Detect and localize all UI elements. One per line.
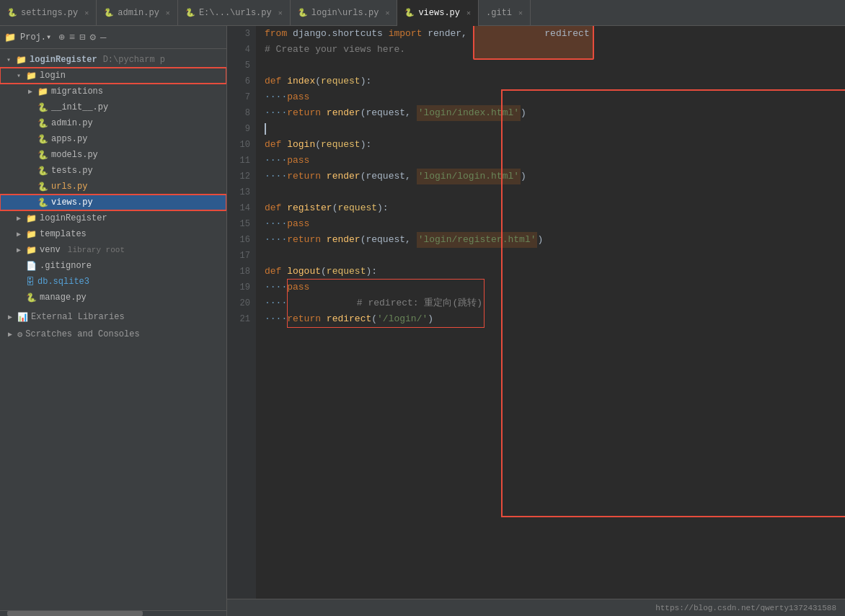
add-icon[interactable]: ⊕ [58, 31, 64, 43]
code-content[interactable]: from django.shortcuts import render, red… [256, 26, 845, 599]
line-num-8: 8 [227, 105, 256, 121]
tab-label: E:\...\urls.py [199, 8, 272, 18]
code-line-18: def logout ( request ): [265, 264, 836, 280]
tab-label: .giti [486, 8, 512, 18]
tab-views[interactable]: 🐍 views.py ✕ [397, 0, 479, 26]
param-request: request [337, 200, 377, 216]
paren-close: ) [428, 311, 433, 327]
tree-item-root[interactable]: ▾ 📁 loginRegister D:\pycharm p [0, 52, 226, 68]
folder-icon: 📁 [26, 245, 37, 256]
db-icon: 🗄 [26, 277, 35, 287]
tree-label: migrations [51, 86, 103, 97]
str-index: 'login/index.html' [417, 105, 521, 121]
section-external-libraries[interactable]: ▶ 📊 External Libraries [0, 308, 226, 326]
kw-return: return [287, 311, 327, 327]
tab-label: settings.py [21, 8, 78, 18]
paren: (request, [360, 169, 417, 184]
tree-item-migrations[interactable]: ▶ 📁 migrations [0, 84, 226, 99]
folder-icon: 📁 [4, 32, 16, 43]
project-label: Proj.▾ [20, 32, 51, 43]
tab-gitignore[interactable]: .giti ✕ [479, 0, 531, 26]
code-line-9 [265, 121, 836, 137]
tree-item-admin[interactable]: 🐍 admin.py [0, 115, 226, 131]
indent-dots: ···· [265, 153, 287, 169]
code-line-6: def index ( request ): [265, 73, 836, 89]
folder-icon: 📁 [26, 213, 37, 224]
module-name: django.shortcuts [293, 26, 389, 42]
tree-label: urls.py [51, 182, 87, 192]
status-url: https://blog.csdn.net/qwerty1372431588 [655, 604, 836, 612]
tab-close-git[interactable]: ✕ [518, 9, 523, 17]
tree-item-venv[interactable]: ▶ 📁 venv library root [0, 242, 226, 258]
tree-item-manage[interactable]: 🐍 manage.py [0, 290, 226, 305]
py-blue-icon: 🐍 [404, 8, 415, 17]
section-scratches[interactable]: ▶ ⚙ Scratches and Consoles [0, 326, 226, 343]
kw-pass: pass [287, 216, 309, 232]
tab-lurls[interactable]: 🐍 login\urls.py ✕ [291, 0, 398, 26]
tab-close-views[interactable]: ✕ [466, 9, 471, 17]
indent-dots: ···· [265, 216, 287, 232]
tree-label: loginRegister [40, 213, 107, 223]
param-request: request [321, 137, 360, 153]
code-line-10: def login ( request ): [265, 137, 836, 153]
tree-item-db[interactable]: 🗄 db.sqlite3 [0, 274, 226, 290]
tree-item-views[interactable]: 🐍 views.py [0, 195, 226, 210]
git-icon: 📄 [26, 261, 37, 272]
code-line-12: ···· return render (request, 'login/logi… [265, 169, 836, 184]
kw-return: return [287, 169, 327, 184]
py-icon: 🐍 [37, 166, 48, 177]
kw-def: def [265, 73, 287, 89]
fn-register: register [287, 200, 332, 216]
tree-item-login[interactable]: ▾ 📁 login [0, 68, 226, 84]
tree-label: tests.py [51, 166, 93, 176]
paren-close: ) [537, 232, 543, 248]
tab-close-lurls[interactable]: ✕ [385, 9, 389, 17]
tab-settings[interactable]: 🐍 settings.py ✕ [0, 0, 97, 26]
tree-item-models[interactable]: 🐍 models.py [0, 147, 226, 163]
fn-redirect: redirect [327, 311, 371, 327]
py-icon: 🐍 [37, 197, 48, 208]
paren-close: ): [366, 264, 377, 280]
kw-import: import [389, 26, 428, 42]
paren-close: ): [360, 73, 372, 89]
comment-4: # Create your views here. [265, 42, 405, 58]
tree-item-tests[interactable]: 🐍 tests.py [0, 163, 226, 179]
list-icon[interactable]: ≡ [69, 32, 75, 43]
settings-icon[interactable]: ⚙ [90, 31, 96, 43]
tab-admin[interactable]: 🐍 admin.py ✕ [97, 0, 178, 26]
tree-label: loginRegister [30, 55, 97, 65]
close-icon[interactable]: — [100, 32, 106, 43]
tree-item-apps[interactable]: 🐍 apps.py [0, 131, 226, 147]
folder-icon: 📁 [26, 229, 37, 240]
tree-label: views.py [51, 197, 93, 207]
line-num-10: 10 [227, 137, 256, 153]
tab-bar: 🐍 settings.py ✕ 🐍 admin.py ✕ 🐍 E:\...\ur… [0, 0, 845, 26]
tab-close-eurls[interactable]: ✕ [278, 9, 283, 17]
arrow-icon: ▶ [14, 230, 23, 238]
tree-item-loginregister[interactable]: ▶ 📁 loginRegister [0, 210, 226, 226]
paren-close: ): [360, 137, 372, 153]
main-layout: 📁 Proj.▾ ⊕ ≡ ⊟ ⚙ — ▾ 📁 loginRegister D:\… [0, 26, 845, 616]
tab-close-settings[interactable]: ✕ [84, 9, 89, 17]
param-request: request [321, 73, 360, 89]
code-line-14: def register ( request ): [265, 200, 836, 216]
tree-path: D:\pycharm p [103, 55, 165, 65]
tree-item-gitignore[interactable]: 📄 .gitignore [0, 258, 226, 274]
param-request: request [327, 264, 366, 280]
tree-item-templates[interactable]: ▶ 📁 templates [0, 226, 226, 242]
tab-eurls[interactable]: 🐍 E:\...\urls.py ✕ [178, 0, 291, 26]
layout-icon[interactable]: ⊟ [79, 31, 85, 43]
code-line-3: from django.shortcuts import render, red… [265, 26, 836, 42]
arrow-icon: ▶ [6, 330, 14, 339]
fn-render: render [327, 232, 360, 248]
tab-close-admin[interactable]: ✕ [166, 9, 170, 17]
tree-label: models.py [51, 150, 98, 160]
fn-index: index [287, 73, 315, 89]
arrow-icon: ▶ [14, 214, 23, 223]
tree-label: admin.py [51, 118, 93, 128]
tree-item-init[interactable]: 🐍 __init__.py [0, 99, 226, 115]
paren: ( [332, 200, 338, 216]
tree-item-urls[interactable]: 🐍 urls.py [0, 179, 226, 195]
indent-dots: ···· [265, 232, 287, 248]
sidebar-scrollbar[interactable] [0, 610, 226, 616]
